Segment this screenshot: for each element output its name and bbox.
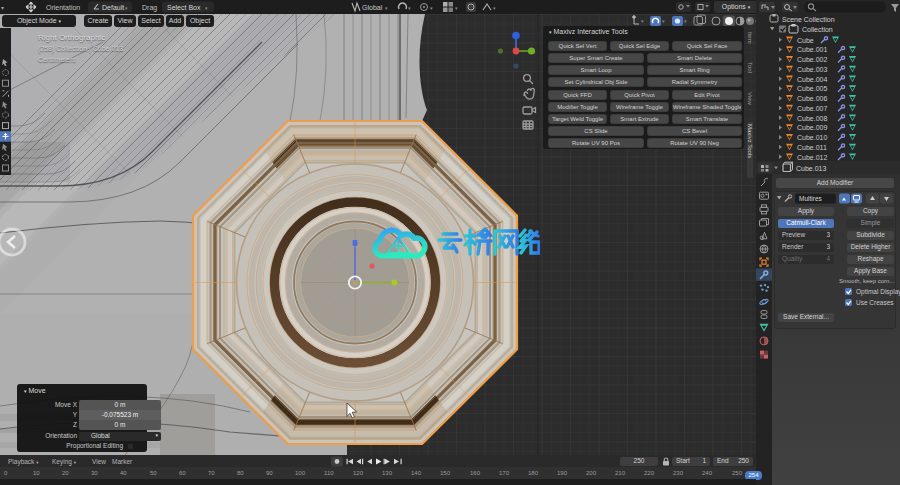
svg-text:Multires: Multires (799, 195, 823, 202)
